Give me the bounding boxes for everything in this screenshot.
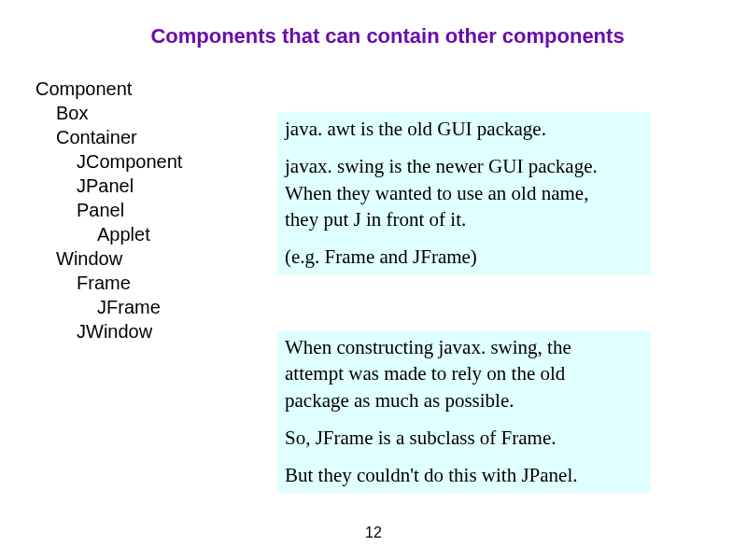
hierarchy-item: JWindow [35, 319, 182, 343]
info-text: When constructing javax. swing, the [285, 334, 645, 360]
info-text: java. awt is the old GUI package. [285, 116, 645, 142]
info-text: attempt was made to rely on the old [285, 360, 645, 386]
hierarchy-item: JPanel [35, 174, 182, 198]
info-text: they put J in front of it. [285, 206, 645, 232]
info-text: javax. swing is the newer GUI package. [285, 153, 645, 179]
info-box-bottom: When constructing javax. swing, the atte… [277, 330, 651, 493]
hierarchy-item: Container [35, 125, 182, 149]
info-text: When they wanted to use an old name, [285, 180, 645, 206]
hierarchy-item: Frame [35, 271, 182, 295]
hierarchy-item: JFrame [35, 295, 182, 319]
info-text: So, JFrame is a subclass of Frame. [285, 425, 645, 451]
hierarchy-item: Window [35, 246, 182, 271]
hierarchy-item: Panel [35, 198, 182, 222]
class-hierarchy: Component Box Container JComponent JPane… [35, 77, 182, 343]
info-text: (e.g. Frame and JFrame) [285, 244, 645, 270]
hierarchy-item: JComponent [35, 149, 182, 174]
hierarchy-item: Applet [35, 222, 182, 246]
hierarchy-item: Component [35, 77, 182, 101]
info-text: package as much as possible. [285, 387, 645, 413]
info-box-top: java. awt is the old GUI package. javax.… [277, 112, 651, 274]
info-text: But they couldn't do this with JPanel. [285, 462, 645, 488]
page-number: 12 [0, 525, 747, 541]
hierarchy-item: Box [35, 101, 182, 125]
slide-title: Components that can contain other compon… [0, 24, 747, 49]
